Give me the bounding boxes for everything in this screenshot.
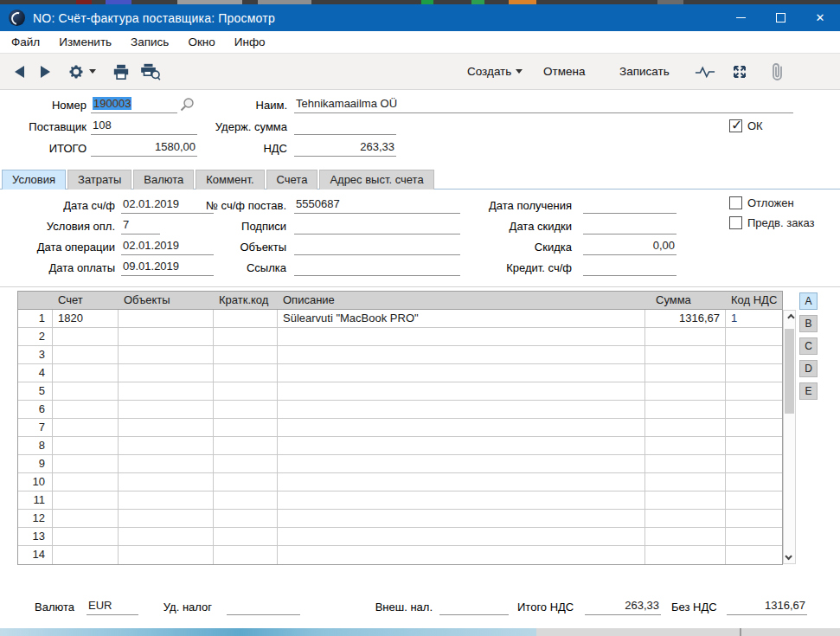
cell-amount[interactable]: 1316,67 [645, 310, 726, 328]
ok-checkbox-row[interactable]: ОК [729, 119, 763, 132]
deferred-checkbox-row[interactable]: Отложен [729, 196, 794, 209]
cell-vat_code[interactable] [726, 346, 782, 364]
cancel-button[interactable]: Отмена [543, 54, 585, 89]
save-button[interactable]: Записать [619, 54, 670, 89]
cell-objects[interactable] [119, 419, 214, 437]
cell-code[interactable] [214, 364, 278, 382]
deferred-checkbox[interactable] [729, 196, 742, 209]
cell-vat_code[interactable] [726, 473, 782, 491]
cell-num[interactable]: 13 [18, 528, 53, 546]
table-row[interactable]: 4 [18, 364, 782, 382]
menu-edit[interactable]: Изменить [56, 34, 114, 50]
cell-account[interactable] [53, 328, 119, 346]
cell-num[interactable]: 12 [18, 510, 53, 528]
cell-amount[interactable] [645, 346, 726, 364]
cell-code[interactable] [214, 473, 278, 491]
cell-code[interactable] [214, 382, 278, 401]
cell-objects[interactable] [119, 510, 214, 528]
cell-num[interactable]: 3 [18, 346, 53, 364]
cell-vat_code[interactable] [726, 455, 782, 473]
cell-num[interactable]: 11 [18, 491, 53, 510]
ok-checkbox[interactable] [729, 119, 742, 132]
paste-special-button[interactable] [180, 97, 196, 112]
side-tab-a[interactable]: A [799, 292, 818, 310]
cell-num[interactable]: 6 [18, 401, 53, 419]
external-tax-field[interactable] [439, 599, 509, 615]
cell-num[interactable]: 5 [18, 382, 53, 401]
cell-account[interactable] [53, 528, 119, 546]
cell-code[interactable] [214, 455, 278, 473]
cell-amount[interactable] [645, 437, 726, 455]
previous-record-button[interactable] [9, 54, 29, 89]
cell-code[interactable] [214, 328, 278, 346]
column-header-description[interactable]: Описание [278, 292, 645, 309]
withheld-tax-field[interactable] [227, 599, 300, 615]
cell-account[interactable] [53, 455, 119, 473]
cell-num[interactable]: 14 [18, 546, 53, 564]
print-button[interactable] [109, 54, 133, 89]
without-vat-field[interactable]: 1316,67 [727, 599, 807, 615]
cell-num[interactable]: 9 [18, 455, 53, 473]
cell-account[interactable] [53, 401, 119, 419]
title-bar[interactable]: NO: Счёт-фактура поставщика: Просмотр ✕ [0, 4, 840, 31]
vat-field[interactable]: 263,33 [294, 140, 396, 157]
table-row[interactable]: 7 [18, 419, 782, 437]
cell-description[interactable] [278, 382, 645, 401]
table-row[interactable]: 12 [18, 510, 782, 528]
cell-amount[interactable] [645, 473, 726, 491]
cell-vat_code[interactable] [726, 491, 782, 510]
cell-vat_code[interactable] [726, 419, 782, 437]
cell-amount[interactable] [645, 364, 726, 382]
supplier-field[interactable]: 108 [91, 119, 197, 135]
table-row[interactable]: 10 [18, 473, 782, 491]
expand-button[interactable] [727, 54, 753, 89]
minimize-button[interactable] [721, 4, 760, 31]
cell-amount[interactable] [645, 528, 726, 546]
create-button[interactable]: Создать [467, 54, 523, 89]
operations-menu-button[interactable] [66, 54, 97, 89]
cell-description[interactable] [278, 437, 645, 455]
cell-code[interactable] [214, 437, 278, 455]
column-header-vatcode[interactable]: Код НДС [726, 292, 782, 309]
table-row[interactable]: 9 [18, 455, 782, 473]
cell-amount[interactable] [645, 491, 726, 510]
menu-record[interactable]: Запись [128, 34, 171, 50]
cell-account[interactable] [53, 546, 119, 564]
next-record-button[interactable] [35, 54, 55, 89]
cell-description[interactable] [278, 510, 645, 528]
cell-description[interactable] [278, 546, 645, 564]
cell-num[interactable]: 10 [18, 473, 53, 491]
cell-vat_code[interactable]: 1 [726, 310, 782, 328]
cell-amount[interactable] [645, 328, 726, 346]
cell-account[interactable] [53, 419, 119, 437]
menu-info[interactable]: Инфо [232, 34, 268, 50]
cell-vat_code[interactable] [726, 546, 782, 564]
tab-conditions[interactable]: Условия [2, 170, 66, 190]
table-row[interactable]: 11820Sülearvuti "MacBook PRO"1316,671 [18, 310, 782, 328]
cell-objects[interactable] [119, 310, 214, 328]
vat-total-field[interactable]: 263,33 [585, 599, 661, 615]
payment-terms-field[interactable]: 7 [121, 218, 160, 234]
cell-vat_code[interactable] [726, 382, 782, 401]
table-row[interactable]: 3 [18, 346, 782, 364]
table-scrollbar[interactable] [783, 310, 796, 564]
credit-invoice-field[interactable] [583, 260, 676, 276]
side-tab-c[interactable]: C [799, 337, 818, 355]
cell-description[interactable] [278, 346, 645, 364]
supplier-invoice-no-field[interactable]: 5550687 [294, 197, 460, 214]
activity-button[interactable] [692, 54, 718, 89]
table-row[interactable]: 8 [18, 437, 782, 455]
table-row[interactable]: 2 [18, 328, 782, 346]
cell-objects[interactable] [119, 364, 214, 382]
side-tab-b[interactable]: B [799, 315, 818, 332]
cell-account[interactable] [53, 437, 119, 455]
cell-description[interactable] [278, 473, 645, 491]
cell-num[interactable]: 1 [18, 310, 53, 328]
cell-objects[interactable] [119, 437, 214, 455]
cell-objects[interactable] [119, 528, 214, 546]
cell-code[interactable] [214, 546, 278, 564]
cell-description[interactable] [278, 455, 645, 473]
cell-objects[interactable] [119, 401, 214, 419]
column-header-account[interactable]: Счет [53, 292, 119, 309]
objects-field[interactable] [294, 239, 460, 255]
